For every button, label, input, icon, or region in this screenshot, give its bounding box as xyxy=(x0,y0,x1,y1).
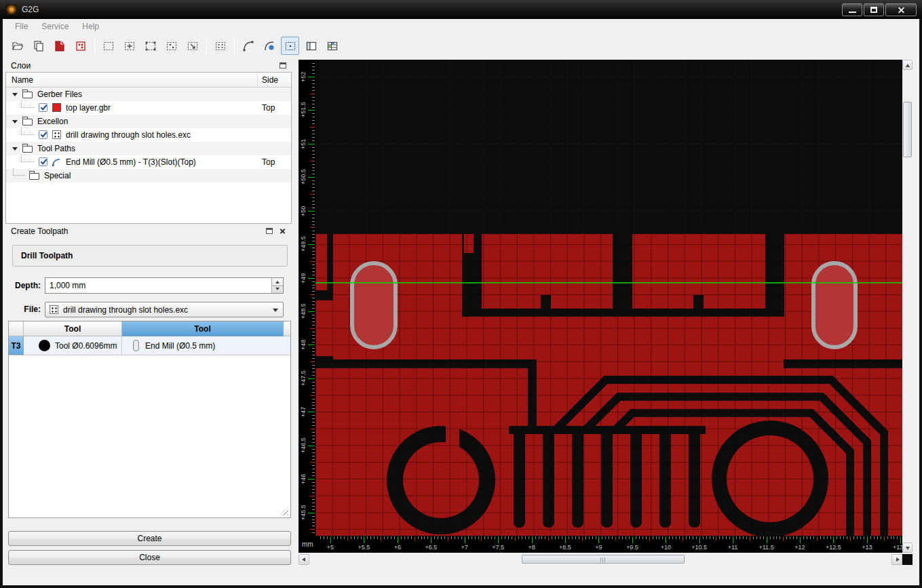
ruler-tick xyxy=(592,536,593,539)
expand-arrow-icon[interactable] xyxy=(12,93,18,96)
horizontal-scrollbar-thumb[interactable] xyxy=(522,555,685,564)
layers-panel-header[interactable]: Слои xyxy=(5,60,292,72)
ruler-tick xyxy=(626,536,626,539)
tree-row-excellon[interactable]: Excellon xyxy=(6,115,291,128)
close-window-button[interactable] xyxy=(885,3,917,16)
scroll-down-button[interactable] xyxy=(902,543,913,553)
arc-edit-button[interactable] xyxy=(260,37,278,55)
row-header-t3[interactable]: T3 xyxy=(9,336,24,355)
ruler-tick xyxy=(857,536,858,539)
scroll-up-button[interactable] xyxy=(902,60,913,70)
float-panel-icon[interactable] xyxy=(266,228,273,234)
scroll-left-button[interactable] xyxy=(299,554,309,565)
close-button[interactable]: Close xyxy=(8,550,291,565)
select-region-button[interactable] xyxy=(99,37,117,55)
titlebar[interactable]: G2G xyxy=(0,0,922,19)
tree-header[interactable]: Name Side xyxy=(6,73,291,87)
tree-row-drill-file[interactable]: drill drawing through slot holes.exc xyxy=(6,128,291,142)
ruler-label: +11 xyxy=(721,544,744,551)
ruler-tick xyxy=(312,509,315,510)
horizontal-scrollbar[interactable] xyxy=(299,554,913,565)
expand-arrow-icon[interactable] xyxy=(12,120,18,123)
depth-spinbox[interactable]: 1,000 mm xyxy=(45,277,284,294)
ruler-tick xyxy=(790,536,790,539)
ruler-tick xyxy=(312,180,315,181)
table-cell-end-mill[interactable]: End Mill (Ø0.5 mm) xyxy=(122,336,291,355)
gerber-file-icon xyxy=(53,39,66,53)
vertical-scrollbar-thumb[interactable] xyxy=(903,102,912,157)
ruler-tick xyxy=(683,536,683,541)
ruler-tick xyxy=(308,412,315,412)
pcb-canvas[interactable] xyxy=(315,60,902,536)
tree-row-tool-paths[interactable]: Tool Paths xyxy=(6,142,291,155)
ruler-tick xyxy=(312,285,315,286)
depth-value[interactable]: 1,000 mm xyxy=(50,281,85,290)
import-gerber-button[interactable] xyxy=(50,37,69,55)
scroll-right-button[interactable] xyxy=(891,554,902,565)
copy-button[interactable] xyxy=(29,37,47,55)
tree-row-top-layer[interactable]: top layer.gbr Top xyxy=(6,101,291,115)
column-header-tool-1[interactable]: Tool xyxy=(24,321,122,336)
layer-visibility-checkbox[interactable] xyxy=(39,130,47,139)
select-move-button[interactable] xyxy=(120,37,138,55)
tree-row-gerber-files[interactable]: Gerber Files xyxy=(6,87,291,101)
ruler-tick xyxy=(312,184,315,184)
column-separator[interactable] xyxy=(257,74,258,86)
ruler-tick xyxy=(308,177,315,178)
arc-button[interactable] xyxy=(239,37,257,55)
float-panel-icon[interactable] xyxy=(280,62,286,68)
point-grid-button[interactable] xyxy=(211,37,229,55)
ruler-label: +6 xyxy=(386,544,409,551)
maximize-icon xyxy=(870,7,877,13)
open-button[interactable] xyxy=(8,37,26,55)
import-excellon-button[interactable] xyxy=(71,37,90,55)
layer-visibility-checkbox[interactable] xyxy=(39,103,47,112)
ruler-tick xyxy=(312,291,315,292)
minimize-button[interactable] xyxy=(842,3,862,16)
ruler-tick xyxy=(770,536,771,539)
column-side[interactable]: Side xyxy=(262,75,278,85)
vertical-scrollbar[interactable] xyxy=(902,60,913,553)
table-cell-tool[interactable]: Tool Ø0.6096mm xyxy=(24,336,122,355)
layer-visibility-checkbox[interactable] xyxy=(39,157,47,166)
drill-toolpath-section: Drill Toolpath xyxy=(12,245,288,267)
menu-file[interactable]: File xyxy=(8,20,35,33)
maximize-button[interactable] xyxy=(864,3,884,16)
column-header-tool-2[interactable]: Tool xyxy=(122,321,284,336)
ruler-tick xyxy=(312,318,315,319)
ruler-tick xyxy=(341,536,341,539)
create-toolpath-header[interactable]: Create Toolpath xyxy=(5,225,292,237)
resize-grip[interactable] xyxy=(280,507,288,515)
tree-row-label: End Mill (Ø0.5 mm) - T(3)(Slot)(Top) xyxy=(66,155,196,169)
select-points-button[interactable] xyxy=(162,37,180,55)
tree-row-label: Special xyxy=(44,169,71,182)
tree-row-label: Gerber Files xyxy=(37,87,82,101)
ruler-tick xyxy=(312,83,315,84)
end-mill-name: End Mill (Ø0.5 mm) xyxy=(145,341,215,351)
ruler-tick xyxy=(312,425,315,426)
ruler-tick xyxy=(589,536,590,539)
column-name[interactable]: Name xyxy=(12,75,33,85)
select-export-button[interactable] xyxy=(183,37,201,55)
ruler-tick xyxy=(615,536,616,541)
create-button[interactable]: Create xyxy=(8,531,291,546)
select-corners-button[interactable] xyxy=(141,37,159,55)
ruler-tick xyxy=(312,389,315,389)
ruler-tick xyxy=(897,536,898,539)
ruler-tick xyxy=(850,536,851,541)
panel-layout-button[interactable] xyxy=(302,37,320,55)
properties-table-button[interactable] xyxy=(323,37,341,55)
file-dropdown[interactable]: drill drawing through slot holes.exc xyxy=(45,302,284,317)
menu-service[interactable]: Service xyxy=(35,20,75,33)
tree-row-end-mill[interactable]: End Mill (Ø0.5 mm) - T(3)(Slot)(Top) Top xyxy=(6,155,291,169)
menu-help[interactable]: Help xyxy=(75,20,106,33)
ruler-tick xyxy=(312,87,315,87)
ruler-tick xyxy=(387,536,388,539)
ruler-tick xyxy=(501,536,502,539)
toolpath-view-button[interactable] xyxy=(281,37,299,55)
close-panel-icon[interactable] xyxy=(280,228,286,234)
expand-arrow-icon[interactable] xyxy=(12,147,18,151)
toolbar-separator xyxy=(94,38,95,54)
tree-row-special[interactable]: Special xyxy=(6,169,291,182)
ruler-tick xyxy=(312,204,315,205)
